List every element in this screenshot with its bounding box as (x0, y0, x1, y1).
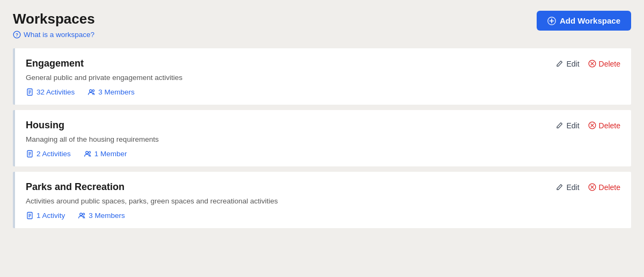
workspace-name: Engagement (26, 58, 84, 69)
delete-circle-icon (588, 183, 596, 191)
workspace-description: General public and private engagement ac… (26, 74, 620, 82)
delete-circle-icon (588, 121, 596, 129)
document-icon (26, 88, 34, 96)
svg-point-21 (86, 151, 89, 154)
help-link-label: What is a workspace? (24, 31, 94, 39)
delete-button-engagement[interactable]: Delete (588, 60, 620, 68)
card-actions: Edit Delete (555, 121, 620, 130)
svg-point-12 (90, 90, 92, 92)
card-header: Parks and Recreation Edit Delete (26, 181, 620, 193)
workspace-card-parks-and-recreation: Parks and Recreation Edit Delete (13, 172, 631, 228)
add-workspace-label: Add Workspace (560, 16, 620, 25)
activities-label: 1 Activity (36, 212, 65, 220)
edit-icon (555, 183, 564, 191)
page-header: Workspaces ? What is a workspace? Add Wo… (13, 11, 631, 39)
edit-button-parks-and-recreation[interactable]: Edit (555, 183, 579, 192)
card-meta: 32 Activities 3 Members (26, 88, 620, 96)
plus-icon (547, 17, 556, 25)
workspace-name: Housing (26, 120, 64, 131)
workspace-description: Managing all of the housing requirements (26, 135, 620, 143)
members-label: 3 Members (89, 212, 125, 220)
question-circle-icon: ? (13, 31, 21, 39)
delete-button-parks-and-recreation[interactable]: Delete (588, 183, 620, 192)
members-icon (87, 88, 96, 96)
workspace-description: Activities around public spaces, parks, … (26, 197, 620, 205)
members-link-housing[interactable]: 1 Member (84, 150, 127, 158)
svg-point-30 (80, 213, 83, 216)
document-icon (26, 150, 34, 158)
svg-point-22 (89, 151, 90, 153)
activities-link-engagement[interactable]: 32 Activities (26, 88, 75, 96)
edit-icon (555, 60, 564, 68)
help-link[interactable]: ? What is a workspace? (13, 31, 95, 39)
delete-label: Delete (599, 183, 620, 192)
card-actions: Edit Delete (555, 60, 620, 68)
svg-point-13 (92, 90, 94, 91)
svg-text:?: ? (16, 33, 18, 38)
workspace-name: Parks and Recreation (26, 181, 125, 193)
edit-button-engagement[interactable]: Edit (555, 60, 579, 68)
workspace-card-engagement: Engagement Edit Delete Ge (13, 48, 631, 105)
document-icon (26, 212, 34, 220)
edit-icon (555, 121, 564, 129)
delete-label: Delete (599, 121, 620, 130)
edit-label: Edit (566, 183, 579, 192)
delete-button-housing[interactable]: Delete (588, 121, 620, 130)
edit-button-housing[interactable]: Edit (555, 121, 579, 130)
members-label: 1 Member (94, 150, 127, 158)
card-meta: 2 Activities 1 Member (26, 150, 620, 158)
add-workspace-button[interactable]: Add Workspace (537, 11, 631, 31)
activities-link-housing[interactable]: 2 Activities (26, 150, 71, 158)
edit-label: Edit (566, 121, 579, 130)
page-title: Workspaces (13, 11, 95, 27)
members-link-engagement[interactable]: 3 Members (87, 88, 135, 96)
title-section: Workspaces ? What is a workspace? (13, 11, 95, 39)
edit-label: Edit (566, 60, 579, 68)
delete-circle-icon (588, 60, 596, 68)
activities-label: 32 Activities (36, 88, 75, 96)
members-link-parks-and-recreation[interactable]: 3 Members (78, 212, 125, 220)
workspace-card-housing: Housing Edit Delete Manag (13, 110, 631, 166)
svg-point-31 (83, 213, 84, 215)
activities-link-parks-and-recreation[interactable]: 1 Activity (26, 212, 65, 220)
card-actions: Edit Delete (555, 183, 620, 192)
workspace-list: Engagement Edit Delete Ge (13, 48, 631, 234)
delete-label: Delete (599, 60, 620, 68)
card-meta: 1 Activity 3 Members (26, 212, 620, 220)
members-icon (78, 212, 86, 220)
activities-label: 2 Activities (36, 150, 71, 158)
members-icon (84, 150, 92, 158)
members-label: 3 Members (98, 88, 135, 96)
card-header: Housing Edit Delete (26, 120, 620, 131)
card-header: Engagement Edit Delete (26, 58, 620, 69)
